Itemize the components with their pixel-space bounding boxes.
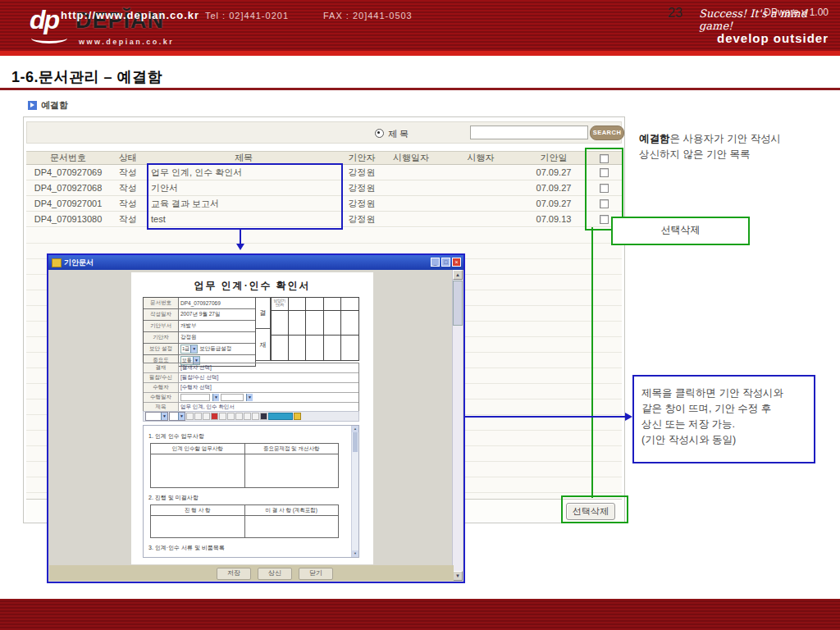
approval-cell [289, 336, 306, 360]
date-input[interactable] [221, 394, 244, 401]
security-extra-label: 보안등급설정 [199, 345, 231, 353]
security-select[interactable]: 1급▼ [180, 345, 198, 354]
performer-select[interactable]: [수행자 선택] [179, 384, 358, 391]
attachment-icon[interactable] [294, 413, 301, 420]
annotation-down-arrowhead [236, 244, 244, 250]
search-button[interactable]: SEARCH [590, 126, 624, 140]
cell-doc-no: DP4_070913080 [26, 214, 110, 224]
col-status: 상태 [110, 152, 146, 164]
italic-icon[interactable] [194, 413, 202, 420]
cell-draft-date: 07.09.13 [522, 214, 586, 224]
close-window-button[interactable]: 닫기 [299, 568, 333, 580]
annotation-down-arrow [240, 229, 241, 244]
cell-drafter: 강정원 [341, 167, 382, 179]
dropdown-icon[interactable]: ▼ [212, 394, 219, 401]
info-value: 강정원 [179, 334, 255, 341]
dropdown-icon[interactable]: ▼ [246, 394, 253, 401]
font-size-select[interactable]: ▼ [169, 412, 185, 421]
popup-titlebar[interactable]: 기안문서 _ □ × [48, 255, 463, 270]
cell-status: 작성 [110, 213, 146, 226]
approval-cell [289, 298, 306, 311]
subject-input[interactable]: 업무 인계, 인수 확인서 [179, 404, 358, 411]
editor-toolbar: ▼ ▼ [143, 411, 359, 422]
align-center-icon[interactable] [227, 413, 235, 420]
date-input[interactable] [180, 394, 210, 401]
font-select[interactable]: ▼ [145, 412, 168, 421]
cell-draft-date: 07.09.27 [522, 199, 586, 208]
tagline: develop outsider [717, 31, 829, 45]
underline-icon[interactable] [203, 413, 210, 420]
close-button[interactable]: × [452, 258, 461, 267]
search-input[interactable] [470, 126, 588, 139]
footer-slogan: Success! It's a mind game! [699, 7, 840, 32]
cell-draft-date: 07.09.27 [522, 167, 586, 177]
note1-bold: 예결함 [639, 133, 670, 144]
scrollbar-thumb[interactable] [453, 281, 463, 326]
editor-scrollbar[interactable]: ▲ ▼ [351, 426, 358, 557]
font-color-icon[interactable] [211, 413, 218, 420]
bold-icon[interactable] [186, 413, 194, 420]
preview-button[interactable] [268, 413, 293, 420]
section-heading: 2. 진행 및 미결사항 [148, 494, 345, 502]
editor-content: 1. 인계 인수 업무사항 인계 인수할 업무사항 중요문제점 및 개선사항 2… [148, 430, 345, 555]
submit-button[interactable]: 상신 [258, 568, 292, 580]
maximize-button[interactable]: □ [441, 258, 450, 267]
section-title: 예결함 [41, 99, 68, 112]
title-radio[interactable] [375, 129, 384, 138]
document-page: 업무 인계·인수 확인서 문서번호DP4_070927069 작성일자2007년… [131, 272, 373, 564]
popup-vertical-scrollbar[interactable]: ▲ ▼ [452, 270, 463, 581]
scroll-up-icon[interactable]: ▲ [453, 270, 463, 280]
approval-cell [341, 298, 358, 311]
cell-drafter: 강정원 [341, 213, 382, 226]
approval-cell [272, 311, 289, 336]
note2-line: 같은 창이 뜨며, 기안 수정 후 [641, 403, 771, 414]
logo-dp-mark: dp [30, 5, 58, 35]
list-icon[interactable] [244, 413, 251, 420]
scrollbar-thumb[interactable] [353, 432, 358, 452]
footer-url: http://www.depian.co.kr [61, 9, 199, 21]
annotation-title-column-box [147, 163, 343, 230]
approver-select[interactable]: [결재자 선택] [179, 364, 358, 372]
table-icon[interactable] [252, 413, 259, 420]
scroll-up-icon[interactable]: ▲ [352, 426, 358, 432]
cell-status: 작성 [110, 167, 146, 179]
col-title: 제목 [146, 152, 341, 164]
image-icon[interactable] [260, 413, 267, 420]
info-label: 기안자 [144, 332, 179, 343]
note2-line: 제목을 클릭하면 기안 작성시와 [641, 387, 783, 399]
approval-grid: 담당(기안)자 [271, 297, 359, 361]
annotation-right-arrow [465, 416, 627, 418]
minimize-button[interactable]: _ [431, 258, 440, 267]
dropdown-icon[interactable]: ▼ [178, 413, 185, 420]
cell-draft-date: 07.09.27 [522, 183, 586, 193]
align-left-icon[interactable] [219, 413, 226, 420]
dropdown-icon[interactable]: ▼ [190, 345, 197, 353]
cell-drafter: 강정원 [341, 198, 382, 210]
doc-info-table: 문서번호DP4_070927069 작성일자2007년 9월 27일 기안부서개… [143, 297, 256, 367]
editor-body[interactable]: 1. 인계 인수 업무사항 인계 인수할 업무사항 중요문제점 및 개선사항 2… [143, 425, 359, 558]
table-col-header: 인계 인수할 업무사항 [151, 444, 245, 454]
annotation-delete-label-box: 선택삭제 [611, 217, 750, 245]
approval-cell [341, 336, 358, 360]
scroll-down-icon[interactable]: ▼ [352, 550, 358, 557]
scroll-down-icon[interactable]: ▼ [453, 571, 463, 581]
popup-button-bar: 저장 상신 닫기 [49, 565, 454, 581]
table-col-header: 중요문제점 및 개선사항 [245, 444, 339, 454]
footer-fax: FAX : 20]441-0503 [323, 11, 413, 21]
info-label: 문서번호 [144, 298, 179, 308]
draft-popup-window: 기안문서 _ □ × ▲ ▼ 업무 인계·인수 확인서 문서번호DP4_0709… [47, 253, 465, 583]
approval-cell [324, 311, 341, 336]
popup-window-title: 기안문서 [64, 258, 94, 268]
select-label: 필참/수신 [144, 373, 179, 382]
section-label: 예결함 [28, 99, 68, 112]
dropdown-icon[interactable]: ▼ [161, 413, 167, 420]
approval-cell [324, 298, 341, 311]
save-button[interactable]: 저장 [217, 568, 251, 580]
cell-doc-no: DP4_070927069 [26, 167, 110, 177]
info-label: 작성일자 [144, 309, 179, 320]
align-right-icon[interactable] [235, 413, 243, 420]
cc-select[interactable]: [필참/수신 선택] [179, 374, 358, 381]
cell-drafter: 강정원 [341, 182, 382, 194]
approval-stamp-column: 결 재 [256, 297, 271, 361]
col-draft-date: 기안일 [522, 152, 586, 164]
